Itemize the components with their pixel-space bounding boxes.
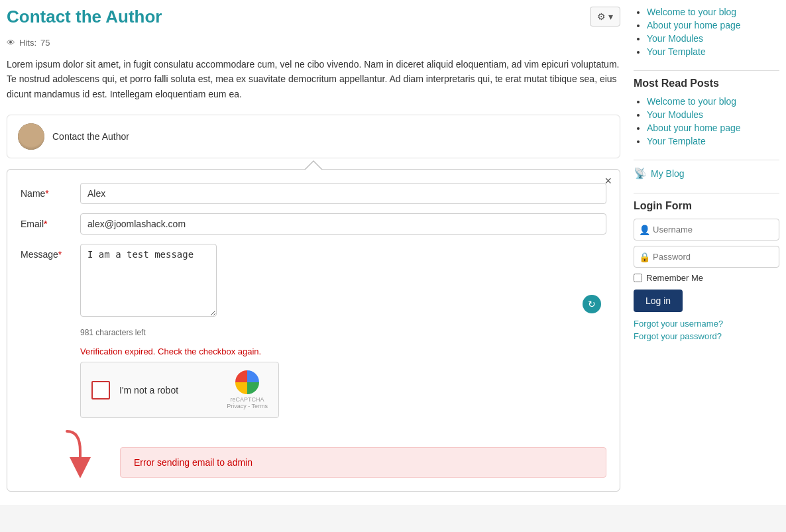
remember-me-label: Remember Me — [646, 273, 703, 283]
sidebar-divider-3 — [634, 193, 779, 193]
required-star-msg: * — [58, 249, 62, 260]
recaptcha-checkbox[interactable] — [91, 381, 110, 399]
sidebar: Welcome to your blog About your home pag… — [634, 7, 779, 498]
name-label: Name* — [21, 183, 74, 199]
list-item: Welcome to your blog — [647, 7, 779, 17]
email-input[interactable] — [80, 213, 606, 235]
most-read-template[interactable]: Your Template — [647, 136, 706, 146]
email-label: Email* — [21, 213, 74, 229]
sidebar-nav-welcome[interactable]: Welcome to your blog — [647, 7, 736, 17]
red-arrow-decoration — [60, 425, 113, 478]
chars-left: 981 characters left — [80, 328, 606, 337]
refresh-icon[interactable]: ↻ — [583, 295, 601, 313]
dropdown-arrow-icon: ▾ — [608, 11, 613, 22]
blog-link[interactable]: 📡 My Blog — [634, 167, 779, 180]
most-read-heading: Most Read Posts — [634, 78, 779, 89]
error-message: Error sending email to admin — [134, 457, 253, 468]
blog-link-label: My Blog — [651, 168, 685, 179]
sidebar-nav-modules[interactable]: Your Modules — [647, 33, 703, 44]
sidebar-nav-section: Welcome to your blog About your home pag… — [634, 7, 779, 57]
verification-error: Verification expired. Check the checkbox… — [80, 346, 606, 356]
sidebar-divider-2 — [634, 160, 779, 160]
hits-value: 75 — [40, 38, 50, 48]
popup-arrow-inner — [306, 162, 321, 170]
most-read-modules[interactable]: Your Modules — [647, 109, 703, 120]
rss-icon: 📡 — [634, 167, 647, 180]
remember-me-checkbox[interactable] — [634, 274, 642, 282]
most-read-list: Welcome to your blog Your Modules About … — [634, 96, 779, 146]
message-textarea[interactable]: I am a test message — [80, 244, 217, 317]
list-item: Your Modules — [647, 109, 779, 120]
most-read-home[interactable]: About your home page — [647, 123, 741, 133]
email-row: Email* — [21, 213, 606, 235]
forgot-password-link[interactable]: Forgot your password? — [634, 331, 779, 341]
most-read-welcome[interactable]: Welcome to your blog — [647, 96, 736, 107]
recaptcha-section: Verification expired. Check the checkbox… — [80, 346, 606, 418]
list-item: Welcome to your blog — [647, 96, 779, 107]
sidebar-divider-1 — [634, 70, 779, 71]
author-name: Contact the Author — [52, 131, 129, 142]
contact-form-popup: × Name* Email* Message* — [7, 169, 620, 492]
recaptcha-box: I'm not a robot reCAPTCHA Privacy - Term… — [80, 362, 279, 418]
required-star-name: * — [45, 188, 48, 199]
list-item: About your home page — [647, 20, 779, 30]
eye-icon: 👁 — [7, 38, 15, 48]
page-title: Contact the Author — [7, 7, 162, 27]
required-star-email: * — [44, 219, 47, 229]
recaptcha-brand: reCAPTCHA — [231, 396, 264, 403]
forgot-username-link[interactable]: Forgot your username? — [634, 319, 779, 329]
message-row: Message* I am a test message ↻ — [21, 244, 606, 319]
login-links: Forgot your username? Forgot your passwo… — [634, 319, 779, 341]
hits-label: Hits: — [19, 38, 36, 48]
avatar — [18, 123, 44, 150]
username-input[interactable] — [634, 219, 779, 240]
author-card: Contact the Author — [7, 115, 620, 158]
login-form-section: Login Form 👤 🔒 Remember Me Log in Forgot… — [634, 200, 779, 341]
error-box: Error sending email to admin — [120, 447, 606, 478]
sidebar-nav-home[interactable]: About your home page — [647, 20, 741, 30]
article-body: Lorem ipsum dolor sit amet, in fugit con… — [7, 57, 620, 101]
gear-button[interactable]: ⚙ ▾ — [590, 7, 620, 27]
sidebar-nav-list: Welcome to your blog About your home pag… — [634, 7, 779, 57]
lock-icon: 🔒 — [639, 252, 650, 262]
message-label: Message* — [21, 244, 74, 260]
list-item: About your home page — [647, 123, 779, 133]
sidebar-nav-template[interactable]: Your Template — [647, 46, 706, 57]
user-icon: 👤 — [639, 225, 650, 235]
arrow-svg — [60, 425, 113, 478]
recaptcha-logo-img — [235, 370, 259, 394]
list-item: Your Template — [647, 46, 779, 57]
username-wrapper: 👤 — [634, 219, 779, 240]
gear-icon: ⚙ — [597, 11, 606, 22]
login-form-heading: Login Form — [634, 200, 779, 212]
recaptcha-links: Privacy - Terms — [227, 403, 268, 409]
blog-link-section: 📡 My Blog — [634, 167, 779, 180]
recaptcha-logo: reCAPTCHA Privacy - Terms — [227, 370, 268, 409]
close-button[interactable]: × — [604, 175, 612, 187]
login-button[interactable]: Log in — [634, 290, 683, 312]
main-content: Contact the Author ⚙ ▾ 👁 Hits: 75 Lorem … — [7, 7, 620, 498]
textarea-wrapper: I am a test message ↻ — [80, 244, 606, 319]
name-input[interactable] — [80, 183, 606, 204]
remember-me-row: Remember Me — [634, 273, 779, 283]
name-row: Name* — [21, 183, 606, 204]
hits-row: 👁 Hits: 75 — [7, 38, 620, 48]
most-read-section: Most Read Posts Welcome to your blog You… — [634, 78, 779, 146]
list-item: Your Template — [647, 136, 779, 146]
password-input[interactable] — [634, 246, 779, 268]
list-item: Your Modules — [647, 33, 779, 44]
recaptcha-label: I'm not a robot — [119, 385, 217, 396]
password-wrapper: 🔒 — [634, 246, 779, 268]
